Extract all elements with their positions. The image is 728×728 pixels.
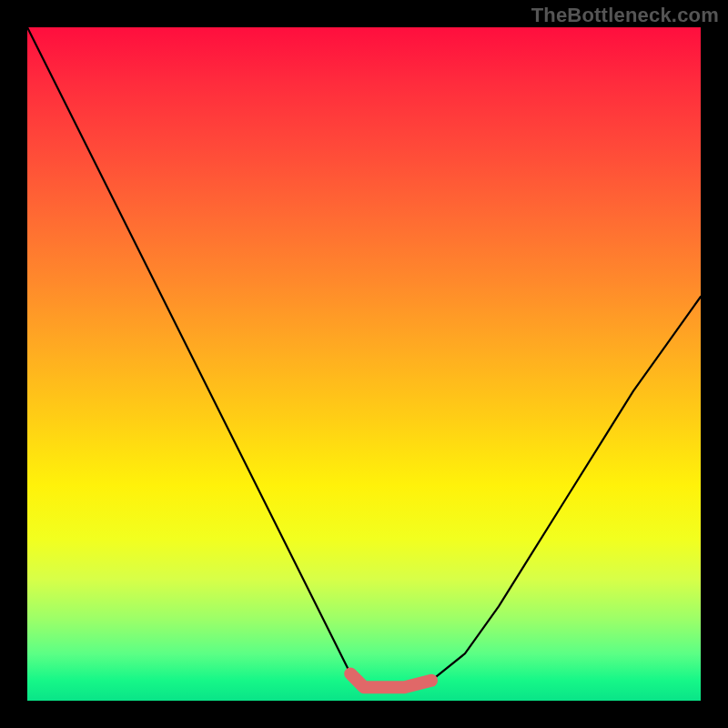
optimal-region-highlight xyxy=(350,673,431,687)
chart-frame: TheBottleneck.com xyxy=(0,0,728,728)
plot-area xyxy=(27,27,701,701)
bottleneck-curve-line xyxy=(27,27,701,687)
curve-svg xyxy=(27,27,701,701)
watermark-text: TheBottleneck.com xyxy=(531,4,719,27)
